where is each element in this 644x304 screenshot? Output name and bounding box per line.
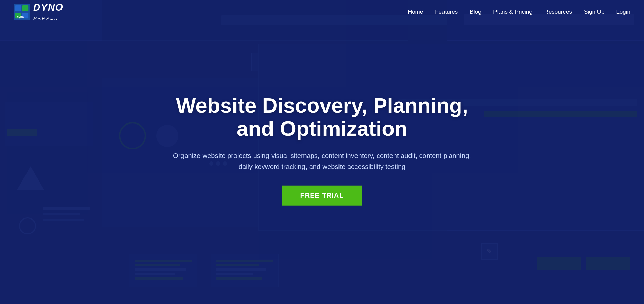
logo-icon: dyno	[14, 4, 30, 20]
nav-item-signup[interactable]: Sign Up	[584, 8, 604, 15]
svg-rect-1	[15, 5, 21, 11]
nav-item-login[interactable]: Login	[616, 8, 630, 15]
hero-title-line2: and Optimization	[237, 117, 407, 140]
svg-text:dyno: dyno	[17, 15, 24, 19]
hero-content: Website Discovery, Planning, and Optimiz…	[169, 94, 475, 206]
nav-item-blog[interactable]: Blog	[470, 8, 481, 15]
nav-link-login[interactable]: Login	[616, 8, 630, 15]
nav-links: Home Features Blog Plans & Pricing Resou…	[408, 8, 630, 15]
nav-link-features[interactable]: Features	[435, 8, 458, 15]
svg-rect-2	[22, 5, 28, 11]
hero-subtitle: Organize website projects using visual s…	[169, 150, 475, 172]
nav-item-resources[interactable]: Resources	[544, 8, 572, 15]
nav-link-plans-pricing[interactable]: Plans & Pricing	[493, 8, 532, 15]
nav-link-resources[interactable]: Resources	[544, 8, 572, 15]
hero-title-line1: Website Discovery, Planning,	[176, 94, 468, 117]
nav-item-plans-pricing[interactable]: Plans & Pricing	[493, 8, 532, 15]
nav-item-home[interactable]: Home	[408, 8, 423, 15]
navbar: dyno DYNO MAPPER Home Features Blog Plan…	[0, 0, 644, 24]
logo-area: dyno DYNO MAPPER	[14, 2, 64, 22]
nav-link-blog[interactable]: Blog	[470, 8, 481, 15]
nav-item-features[interactable]: Features	[435, 8, 458, 15]
free-trial-button[interactable]: FREE TRIAL	[282, 186, 363, 206]
nav-link-signup[interactable]: Sign Up	[584, 8, 604, 15]
nav-link-home[interactable]: Home	[408, 8, 423, 15]
brand-name: DYNO MAPPER	[33, 2, 64, 22]
hero-title: Website Discovery, Planning, and Optimiz…	[169, 94, 475, 140]
